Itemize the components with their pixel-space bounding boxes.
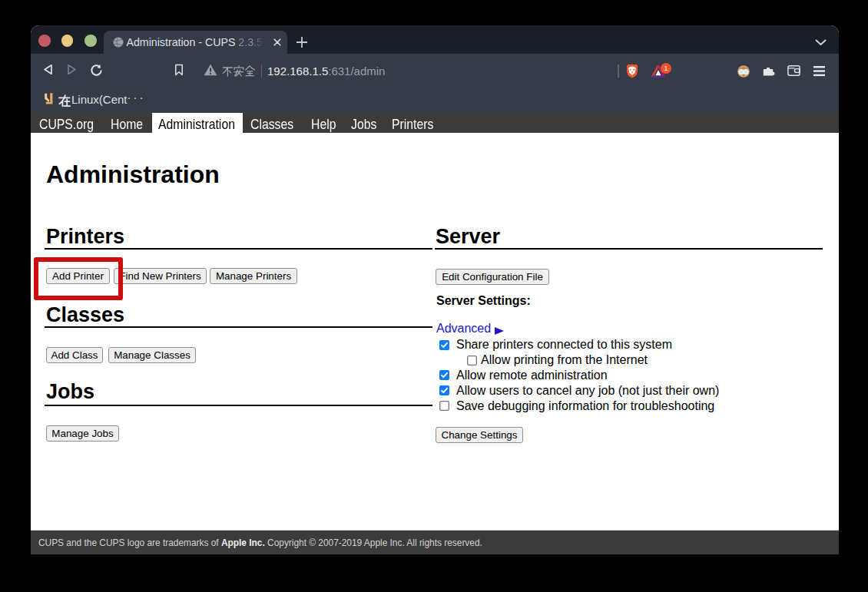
svg-text:1: 1 xyxy=(664,64,668,72)
